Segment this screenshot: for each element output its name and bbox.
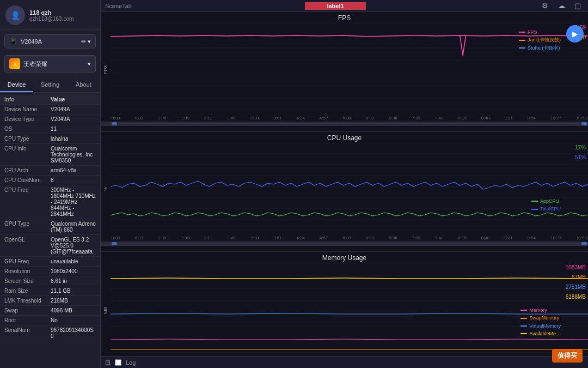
info-row-value: 4096 MB — [51, 307, 72, 313]
info-row-label: CPU Type — [4, 136, 51, 142]
fps-svg: 70 60 50 40 30 20 10 0 — [111, 23, 588, 110]
info-row-label: Root — [4, 317, 51, 323]
info-col2: Value — [51, 96, 65, 102]
cpu-slider-left-handle[interactable] — [112, 242, 117, 245]
cpu-legend: AppCPU TotalCPU — [531, 197, 561, 213]
info-rows: Device NameV2049ADevice TypeV2049AOS11CP… — [0, 105, 100, 341]
info-col1: Info — [4, 96, 51, 102]
fps-slider-right-handle[interactable] — [581, 122, 587, 125]
memory-chart-title: Memory Usage — [101, 254, 588, 262]
main-content: SceneTab label1 ⚙ ☁ ▢ FPS ▶ FPS — [101, 0, 588, 368]
cloud-icon[interactable]: ☁ — [555, 0, 567, 12]
info-row: CPU CoreNum8 — [0, 176, 100, 185]
info-row-label: GPU Freq — [4, 258, 51, 264]
info-row-label: GPU Type — [4, 221, 51, 233]
tabs: Device Setting About — [0, 78, 100, 93]
info-row-value: Qualcomm Adreno (TM) 660 — [51, 221, 96, 233]
info-row-value: V2049A — [51, 116, 70, 122]
log-checkbox[interactable] — [115, 359, 121, 366]
play-button[interactable]: ▶ — [566, 25, 584, 43]
charts-area: FPS ▶ FPS — [101, 12, 588, 356]
tab-setting[interactable]: Setting — [33, 78, 66, 92]
cpu-svg: 80 70 60 50 40 30 20 10 0 — [111, 143, 588, 230]
info-row-label: CPU CoreNum — [4, 177, 51, 183]
memory-chart-inner: 7,000 6,000 5,000 4,000 3,000 2,000 1,00… — [111, 263, 588, 356]
info-row-label: Ram Size — [4, 288, 51, 294]
info-row-label: Swap — [4, 307, 51, 313]
user-section: 👤 118 qzh qzh118@163.com — [0, 0, 100, 30]
info-row-label: CPU Arch — [4, 167, 51, 173]
info-row-value: 300MHz - 1804MHz 710MHz - 2419MHz 844MHz… — [51, 187, 96, 217]
memory-chart-section: Memory Usage MB 7,000 — [101, 252, 588, 356]
cpu-slider[interactable] — [101, 242, 588, 246]
info-row: RootNo — [0, 316, 100, 325]
fps-slider-left-handle[interactable] — [112, 122, 117, 125]
fps-x-axis: 0:000:331:061:392:122:453:183:514:244:57… — [101, 116, 588, 122]
cpu-values-right: 17% 51% — [575, 143, 586, 162]
game-selector[interactable]: ⚔ 王者荣耀 ▾ — [4, 55, 96, 73]
info-row-label: CPU Info — [4, 146, 51, 164]
tab-device[interactable]: Device — [0, 78, 33, 92]
sidebar: 👤 118 qzh qzh118@163.com 📱 V2049A ✏ ▾ ⚔ … — [0, 0, 101, 368]
info-row: CPU InfoQualcomm Technologies, Inc SM835… — [0, 144, 100, 166]
info-row: CPU Freq300MHz - 1804MHz 710MHz - 2419MH… — [0, 185, 100, 219]
info-row-value: unavailable — [51, 258, 78, 264]
info-row-value: Qualcomm Technologies, Inc SM8350 — [51, 146, 96, 164]
info-row: Device NameV2049A — [0, 105, 100, 114]
info-row-value: V2049A — [51, 106, 70, 112]
window-icon[interactable]: ▢ — [572, 0, 584, 12]
game-selector-left: ⚔ 王者荣耀 — [9, 58, 47, 69]
info-row-value: 8 — [51, 177, 54, 183]
info-row-label: Device Type — [4, 116, 51, 122]
tab-about[interactable]: About — [67, 78, 100, 92]
fps-slider[interactable] — [101, 122, 588, 126]
info-row-value: lahaina — [51, 136, 68, 142]
collapse-icon[interactable]: ⊟ — [105, 359, 111, 366]
device-selector[interactable]: 📱 V2049A ✏ ▾ — [4, 34, 96, 49]
fps-chart-section: FPS ▶ FPS — [101, 12, 588, 132]
info-table: Info Value Device NameV2049ADevice TypeV… — [0, 93, 100, 368]
top-bar: SceneTab label1 ⚙ ☁ ▢ — [101, 0, 588, 12]
info-row-label: CPU Freq — [4, 187, 51, 217]
memory-y-label: MB — [101, 263, 111, 356]
memory-legend: Memory SwapMemory VirtualMemory Availabl… — [520, 306, 561, 338]
info-row: Swap4096 MB — [0, 306, 100, 316]
user-email: qzh118@163.com — [29, 16, 74, 22]
memory-svg: 7,000 6,000 5,000 4,000 3,000 2,000 1,00… — [111, 263, 588, 353]
info-row-label: OS — [4, 126, 51, 132]
info-row: Device TypeV2049A — [0, 114, 100, 124]
device-dropdown-icon: ✏ ▾ — [81, 38, 91, 45]
memory-chart-container: MB 7,000 6,000 — [101, 263, 588, 356]
fps-y-label: FPS — [101, 23, 111, 116]
user-info: 118 qzh qzh118@163.com — [29, 9, 74, 22]
info-row-value: 1080x2400 — [51, 268, 78, 274]
info-row: CPU Archarm64-v8a — [0, 166, 100, 176]
info-row-value: 9678209134000S0 — [51, 327, 96, 339]
cpu-slider-right-handle[interactable] — [581, 242, 587, 245]
log-label: Log — [126, 359, 136, 366]
fps-chart-container: FPS 70 60 50 — [101, 23, 588, 116]
info-row: Screen Size6.61 in — [0, 276, 100, 286]
info-row: LMK Threshold216MB — [0, 296, 100, 306]
game-icon: ⚔ — [9, 58, 20, 69]
cpu-x-axis: 0:000:331:061:392:122:453:183:514:244:57… — [101, 236, 588, 242]
device-label: V2049A — [21, 38, 42, 45]
device-selector-left: 📱 V2049A — [9, 38, 42, 45]
cpu-y-label: % — [101, 143, 111, 236]
info-row-value: arm64-v8a — [51, 167, 77, 173]
bottom-bar: ⊟ Log — [101, 356, 588, 368]
info-row-value: No — [51, 317, 58, 323]
fps-chart-inner: 70 60 50 40 30 20 10 0 — [111, 23, 588, 116]
info-row: SerialNum9678209134000S0 — [0, 325, 100, 341]
info-row-value: 6.61 in — [51, 278, 67, 284]
info-row-label: LMK Threshold — [4, 298, 51, 304]
game-dropdown-icon: ▾ — [88, 61, 91, 68]
avatar: 👤 — [5, 5, 25, 25]
info-row: OpenGLOpenGL ES 3.2 V@525.0 (GIT@f7fceaa… — [0, 235, 100, 257]
info-row-value: 11.1 GB — [51, 288, 71, 294]
info-row-label: Resolution — [4, 268, 51, 274]
info-row: Ram Size11.1 GB — [0, 286, 100, 296]
settings-icon[interactable]: ⚙ — [539, 0, 551, 12]
info-row: CPU Typelahaina — [0, 134, 100, 144]
cpu-chart-container: % 80 70 — [101, 143, 588, 236]
